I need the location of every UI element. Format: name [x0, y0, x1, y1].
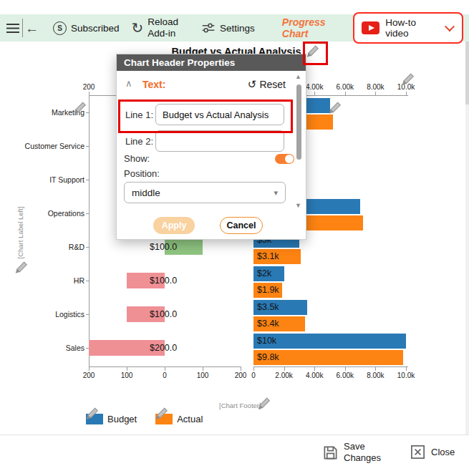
collapse-chevron-icon[interactable]: ∧	[125, 78, 132, 89]
bar-value-label: $3.4k	[253, 316, 279, 331]
axis-tick	[89, 366, 90, 371]
category-tick	[86, 146, 89, 147]
category-tick	[86, 247, 89, 248]
bar-value-label: $2k	[253, 266, 271, 281]
axis-tick	[253, 366, 254, 371]
axis-tick	[89, 92, 90, 95]
save-icon	[322, 445, 339, 461]
category-tick	[86, 281, 89, 281]
axis-tick	[314, 92, 315, 95]
bar-value-label: $10k	[253, 334, 276, 349]
axis-tick-label: 0	[150, 371, 179, 379]
close-label: Close	[431, 447, 455, 457]
axis-tick	[127, 366, 127, 371]
line1-input[interactable]	[155, 104, 284, 125]
position-dropdown[interactable]: middle ▾	[124, 182, 286, 203]
legend-label: Actual	[177, 414, 203, 424]
category-tick	[86, 180, 89, 180]
axis-tick-label: 2.00k	[270, 371, 299, 379]
axis-tick-label: 100	[188, 371, 217, 379]
axis-tick	[375, 366, 376, 371]
bar-value-label: $3.5k	[253, 300, 279, 315]
bar-value-label: $9.8k	[253, 350, 279, 365]
axis-tick	[345, 366, 346, 371]
axis-tick	[406, 366, 407, 371]
axis-tick-label: 200	[74, 371, 103, 379]
axis-tick	[241, 366, 241, 371]
category-axis-line	[89, 95, 90, 366]
value-bottom-axis-line	[253, 366, 408, 367]
category-label: Customer Service	[4, 142, 84, 150]
axis-tick-label: 0	[239, 371, 268, 379]
legend-label: Budget	[107, 414, 137, 424]
show-label: Show:	[124, 153, 150, 164]
reset-label: Reset	[259, 79, 286, 90]
app-window: ← S Subscribed ↻ Reload Add-in Settings …	[0, 0, 469, 476]
footer-bar: Save Changes Close	[0, 435, 469, 476]
cancel-button[interactable]: Cancel	[220, 217, 263, 234]
legend-item: Budget	[86, 414, 137, 424]
apply-button[interactable]: Apply	[153, 217, 195, 234]
position-label: Position:	[124, 168, 160, 179]
category-tick	[86, 314, 89, 315]
dialog-scrollbar-thumb[interactable]	[296, 84, 301, 160]
axis-tick-label: 200	[74, 83, 103, 91]
reset-button[interactable]: ↺ Reset	[248, 78, 286, 91]
dialog-title: Chart Header Properties	[117, 54, 306, 71]
dropdown-arrow-icon: ▾	[274, 188, 278, 198]
scroll-down-icon[interactable]: ▼	[295, 202, 301, 209]
category-label: IT Support	[4, 175, 84, 184]
variance-value-label: $100.0	[150, 306, 177, 322]
chart-header-properties-dialog: Chart Header Properties ∧ Text: ↺ Reset …	[116, 54, 306, 240]
line2-label: Line 2:	[125, 136, 153, 147]
category-label: Sales	[4, 344, 84, 352]
legend-item: Actual	[155, 414, 203, 424]
axis-tick	[165, 366, 165, 371]
variance-value-label: $100.0	[150, 273, 177, 288]
close-button[interactable]: Close	[410, 444, 455, 460]
chart-left-axis-label[interactable]: [Chart Label Left]	[16, 207, 24, 259]
axis-tick-label: 10.0k	[392, 371, 420, 379]
axis-tick	[345, 92, 346, 95]
axis-tick-label: 6.00k	[331, 371, 359, 379]
axis-tick-label: 100	[112, 371, 141, 379]
save-label-1: Save	[344, 441, 365, 452]
line2-input[interactable]	[155, 130, 284, 152]
save-label-2: Changes	[344, 452, 381, 463]
save-changes-button[interactable]: Save Changes	[322, 441, 381, 464]
axis-tick-label: 8.00k	[361, 83, 390, 91]
axis-tick-label: 4.00k	[300, 371, 329, 379]
variance-value-label: $100.0	[150, 239, 177, 255]
variance-value-label: $200.0	[150, 340, 177, 356]
axis-tick	[284, 366, 285, 371]
axis-tick	[314, 366, 315, 371]
chart-legend: BudgetActual	[86, 414, 203, 424]
bar-value-label: $1.9k	[253, 283, 279, 298]
category-tick	[86, 213, 89, 214]
axis-tick	[406, 92, 407, 95]
chart-footer-label[interactable]: [Chart Footer]	[219, 402, 261, 409]
axis-tick	[375, 92, 376, 95]
axis-tick-label: 6.00k	[331, 83, 359, 91]
close-icon	[410, 444, 426, 460]
category-label: Logistics	[4, 310, 84, 319]
position-value: middle	[132, 188, 160, 198]
reset-icon: ↺	[248, 78, 257, 91]
text-section-label: Text:	[142, 79, 165, 90]
line1-label: Line 1:	[125, 110, 153, 120]
scroll-up-icon[interactable]: ▲	[295, 73, 301, 80]
axis-tick	[203, 366, 203, 371]
category-tick	[86, 112, 89, 113]
page-scrollbar[interactable]	[465, 42, 469, 434]
bar-value-label: $3.1k	[253, 249, 279, 264]
show-toggle[interactable]	[275, 154, 294, 164]
axis-tick-label: 8.00k	[361, 371, 390, 379]
category-label: HR	[4, 276, 84, 285]
